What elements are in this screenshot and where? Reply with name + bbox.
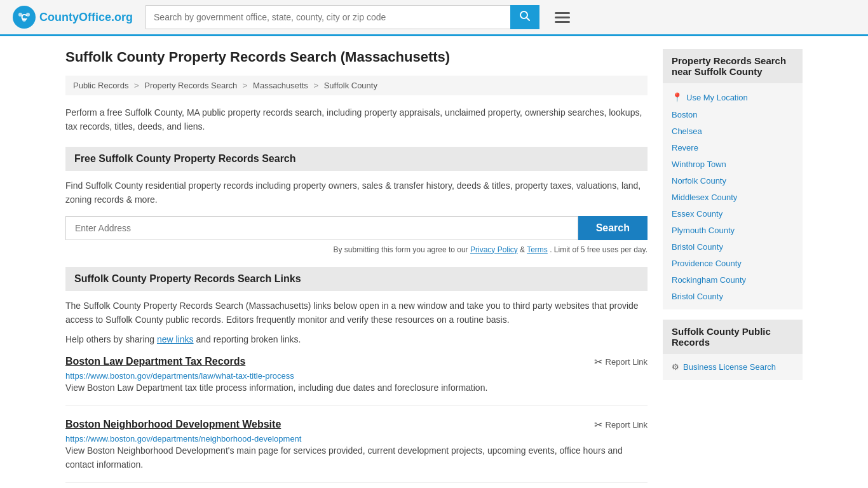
page-content: Suffolk County Property Records Search (… bbox=[53, 36, 815, 488]
header-search-container bbox=[146, 5, 539, 29]
sidebar-nearby-middlesex: Middlesex County bbox=[672, 189, 794, 205]
breadcrumb-sep-3: > bbox=[313, 81, 318, 90]
report-icon-1: ✂ bbox=[594, 356, 602, 368]
logo-suffix: .org bbox=[111, 11, 133, 24]
sidebar-nearby-providence: Providence County bbox=[672, 255, 794, 271]
breadcrumb-sep-1: > bbox=[134, 81, 139, 90]
header-search-button[interactable] bbox=[510, 5, 539, 29]
links-section-header: Suffolk County Property Records Search L… bbox=[65, 267, 648, 291]
sidebar-nearby-revere: Revere bbox=[672, 139, 794, 156]
breadcrumb-public-records[interactable]: Public Records bbox=[73, 81, 128, 90]
svg-point-3 bbox=[26, 13, 30, 17]
business-license-item: ⚙ Business License Search bbox=[672, 359, 794, 375]
header-search-input[interactable] bbox=[146, 5, 510, 29]
hamburger-menu-button[interactable] bbox=[552, 10, 573, 25]
sidebar-nearby-rockingham: Rockingham County bbox=[672, 271, 794, 288]
broken-links-text: and reporting broken links. bbox=[196, 334, 301, 344]
report-link-button-1[interactable]: ✂ Report Link bbox=[594, 356, 648, 368]
free-search-description: Find Suffolk County residential property… bbox=[65, 179, 648, 207]
use-my-location-item: 📍 Use My Location bbox=[672, 88, 794, 106]
record-link-item: Boston Law Department Tax Records ✂ Repo… bbox=[65, 356, 648, 405]
breadcrumb: Public Records > Property Records Search… bbox=[65, 76, 648, 95]
nearby-providence-link[interactable]: Providence County bbox=[672, 259, 742, 268]
logo-text: CountyOffice.org bbox=[39, 11, 133, 24]
nearby-boston-link[interactable]: Boston bbox=[672, 110, 697, 119]
hamburger-line-3 bbox=[555, 21, 570, 23]
links-section: The Suffolk County Property Records Sear… bbox=[65, 299, 648, 483]
nearby-search-links: 📍 Use My Location Boston Chelsea Revere … bbox=[663, 83, 803, 309]
page-title: Suffolk County Property Records Search (… bbox=[65, 49, 648, 65]
report-link-button-2[interactable]: ✂ Report Link bbox=[594, 419, 648, 431]
terms-link[interactable]: Terms bbox=[527, 245, 548, 254]
public-records-links: ⚙ Business License Search bbox=[663, 354, 803, 380]
sidebar-nearby-plymouth: Plymouth County bbox=[672, 222, 794, 238]
sidebar-nearby-boston: Boston bbox=[672, 106, 794, 123]
breadcrumb-property-records-search[interactable]: Property Records Search bbox=[144, 81, 237, 90]
record-url-1[interactable]: https://www.boston.gov/departments/law/w… bbox=[65, 371, 294, 381]
nearby-revere-link[interactable]: Revere bbox=[672, 143, 698, 152]
logo-link[interactable]: C CountyOffice.org bbox=[13, 6, 133, 29]
address-search-button[interactable]: Search bbox=[578, 216, 648, 240]
limit-text: . Limit of 5 free uses per day. bbox=[550, 245, 648, 254]
record-link-header-2: Boston Neighborhood Development Website … bbox=[65, 419, 648, 431]
nearby-bristol-link[interactable]: Bristol County bbox=[672, 242, 723, 252]
svg-line-6 bbox=[527, 18, 530, 21]
help-text: Help others by sharing new links and rep… bbox=[65, 334, 648, 344]
pin-icon: 📍 bbox=[672, 92, 682, 102]
sidebar-nearby-winthrop: Winthrop Town bbox=[672, 156, 794, 172]
intro-description: Perform a free Suffolk County, MA public… bbox=[65, 105, 648, 134]
business-license-link[interactable]: Business License Search bbox=[683, 362, 776, 372]
use-my-location-link[interactable]: Use My Location bbox=[686, 93, 748, 102]
privacy-policy-link[interactable]: Privacy Policy bbox=[470, 245, 518, 254]
address-search-row: Search bbox=[65, 216, 648, 240]
report-icon-2: ✂ bbox=[594, 419, 602, 431]
breadcrumb-sep-2: > bbox=[243, 81, 248, 90]
record-desc-1: View Boston Law Department tax title pro… bbox=[65, 381, 648, 395]
page-header: C CountyOffice.org bbox=[0, 0, 868, 36]
disclaimer-text: By submitting this form you agree to our bbox=[334, 245, 468, 254]
hamburger-line-2 bbox=[555, 17, 570, 18]
public-records-header: Suffolk County Public Records bbox=[663, 320, 803, 354]
nearby-search-box: Property Records Search near Suffolk Cou… bbox=[663, 49, 803, 309]
nearby-norfolk-link[interactable]: Norfolk County bbox=[672, 176, 726, 186]
record-link-header-1: Boston Law Department Tax Records ✂ Repo… bbox=[65, 356, 648, 368]
logo-icon: C bbox=[13, 6, 36, 29]
nearby-plymouth-link[interactable]: Plymouth County bbox=[672, 226, 735, 235]
nearby-winthrop-link[interactable]: Winthrop Town bbox=[672, 159, 726, 169]
business-license-icon: ⚙ bbox=[672, 362, 679, 372]
logo-name: CountyOffice bbox=[39, 11, 111, 24]
record-url-2[interactable]: https://www.boston.gov/departments/neigh… bbox=[65, 434, 301, 444]
address-search-input[interactable] bbox=[65, 216, 578, 240]
nearby-search-header: Property Records Search near Suffolk Cou… bbox=[663, 49, 803, 83]
breadcrumb-massachusetts[interactable]: Massachusetts bbox=[253, 81, 308, 90]
new-links-link[interactable]: new links bbox=[157, 334, 194, 344]
record-desc-2: View Boston Neighborhood Development's m… bbox=[65, 444, 648, 472]
sidebar-nearby-bristol: Bristol County bbox=[672, 238, 794, 255]
record-link-title-2[interactable]: Boston Neighborhood Development Website bbox=[65, 419, 281, 430]
record-link-title-1[interactable]: Boston Law Department Tax Records bbox=[65, 356, 245, 367]
links-description: The Suffolk County Property Records Sear… bbox=[65, 299, 648, 327]
nearby-bristol2-link[interactable]: Bristol County bbox=[672, 292, 723, 301]
public-records-box: Suffolk County Public Records ⚙ Business… bbox=[663, 320, 803, 380]
nearby-rockingham-link[interactable]: Rockingham County bbox=[672, 275, 746, 285]
svg-point-2 bbox=[18, 13, 22, 17]
nearby-chelsea-link[interactable]: Chelsea bbox=[672, 126, 702, 136]
report-link-label-1: Report Link bbox=[606, 357, 648, 367]
main-content: Suffolk County Property Records Search (… bbox=[65, 49, 648, 488]
help-text-prefix: Help others by sharing bbox=[65, 334, 154, 344]
sidebar-nearby-bristol2: Bristol County bbox=[672, 288, 794, 304]
sidebar-nearby-essex: Essex County bbox=[672, 205, 794, 222]
nearby-essex-link[interactable]: Essex County bbox=[672, 209, 722, 219]
form-disclaimer: By submitting this form you agree to our… bbox=[65, 245, 648, 254]
sidebar: Property Records Search near Suffolk Cou… bbox=[663, 49, 803, 488]
sidebar-nearby-chelsea: Chelsea bbox=[672, 123, 794, 139]
hamburger-line-1 bbox=[555, 12, 570, 14]
report-link-label-2: Report Link bbox=[606, 420, 648, 430]
record-link-item-2: Boston Neighborhood Development Website … bbox=[65, 419, 648, 483]
sidebar-nearby-norfolk: Norfolk County bbox=[672, 172, 794, 189]
free-search-section-header: Free Suffolk County Property Records Sea… bbox=[65, 147, 648, 171]
nearby-middlesex-link[interactable]: Middlesex County bbox=[672, 193, 737, 202]
svg-point-4 bbox=[22, 18, 26, 22]
breadcrumb-suffolk-county[interactable]: Suffolk County bbox=[324, 81, 377, 90]
